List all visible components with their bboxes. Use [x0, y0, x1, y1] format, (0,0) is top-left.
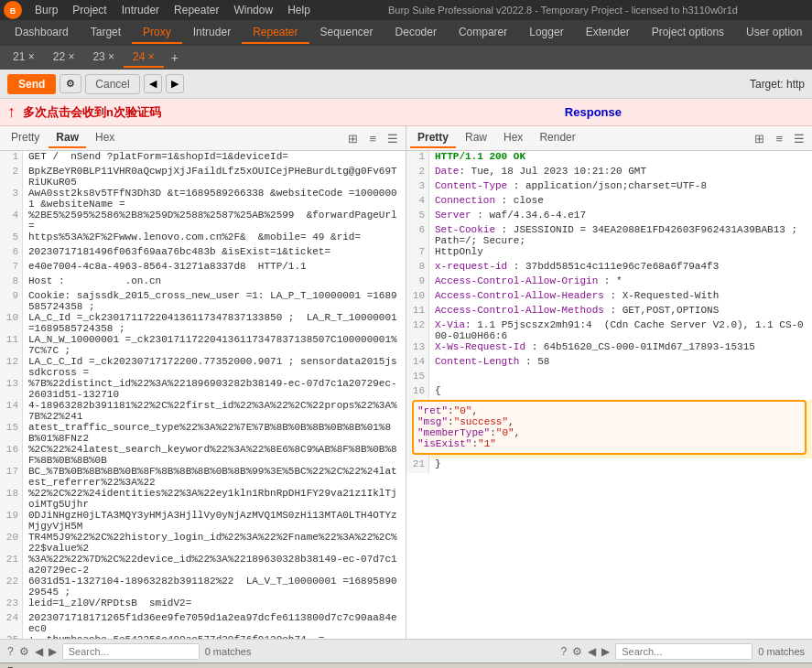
question-icon-right: ?	[561, 645, 568, 658]
json-highlight-box: "ret":"0", "msg":"success", "memberType"…	[412, 400, 807, 455]
header-colon: :	[604, 305, 616, 316]
nav-back-right[interactable]: ◀	[588, 645, 596, 658]
menu-project[interactable]: Project	[65, 2, 114, 18]
line-content: %7B%22distinct_id%22%3A%221896903282b381…	[23, 378, 406, 400]
table-row: 6Set-Cookie : JSESSIONID = 34EA2088E1FD4…	[406, 224, 812, 246]
tab-target[interactable]: Target	[80, 22, 132, 44]
line-content: Server : waf/4.34.6-4.e17	[429, 210, 812, 224]
menu-intruder[interactable]: Intruder	[114, 2, 167, 18]
table-row: 1GET / nSend ?platForm=1&shopId=1&device…	[0, 151, 406, 166]
line-number: 3	[406, 180, 429, 195]
tab-repeater[interactable]: Repeater	[242, 22, 309, 44]
tab-proxy[interactable]: Proxy	[132, 22, 182, 44]
settings-icon-right[interactable]: ⚙	[572, 645, 582, 658]
header-name: x-request-id	[435, 261, 507, 272]
menu-burp[interactable]: Burp	[27, 2, 65, 18]
request-tab-hex[interactable]: Hex	[88, 128, 122, 148]
search-input-left[interactable]	[62, 643, 200, 660]
tab-logger[interactable]: Logger	[518, 22, 574, 44]
tab-sequencer[interactable]: Sequencer	[309, 22, 384, 44]
subtab-24[interactable]: 24 ×	[124, 48, 164, 68]
subtab-23[interactable]: 23 ×	[83, 48, 124, 68]
table-row: 9Access-Control-Allow-Origin : *	[406, 275, 812, 290]
line-number: 15	[406, 371, 429, 385]
subtab-21[interactable]: 21 ×	[4, 48, 44, 68]
nav-fwd-left[interactable]: ▶	[49, 645, 57, 658]
line-number: 12	[0, 356, 23, 378]
line-content: ; .thumbcache_5e543256c480ac577d30f76f91…	[23, 634, 406, 639]
nav-back-left[interactable]: ◀	[35, 645, 43, 658]
add-tab-button[interactable]: +	[164, 48, 186, 68]
tab-decoder[interactable]: Decoder	[384, 22, 448, 44]
request-tab-raw[interactable]: Raw	[49, 128, 86, 148]
line-content: X-Ws-Request-Id : 64b51620_CS-000-01IMd6…	[429, 341, 812, 356]
table-row: 13X-Ws-Request-Id : 64b51620_CS-000-01IM…	[406, 341, 812, 356]
table-row: 3Content-Type : application/json;charset…	[406, 180, 812, 195]
request-icon-list[interactable]: ≡	[365, 130, 380, 147]
menu-window[interactable]: Window	[226, 2, 280, 18]
header-name: Connection	[435, 195, 495, 206]
response-tab-pretty[interactable]: Pretty	[410, 128, 456, 148]
menu-repeater[interactable]: Repeater	[167, 2, 226, 18]
app-title: Burp Suite Professional v2022.8 - Tempor…	[318, 5, 808, 16]
line-content: https%53A%2F%2Fwww.lenovo.com.cn%2F& &mo…	[23, 232, 406, 246]
menu-help[interactable]: Help	[280, 2, 318, 18]
line-number: 6	[0, 246, 23, 261]
settings-icon-left[interactable]: ⚙	[19, 645, 29, 658]
response-icon-menu[interactable]: ☰	[790, 130, 808, 147]
response-tab-render[interactable]: Render	[532, 128, 582, 148]
json-msg-line: "msg":"success",	[417, 416, 801, 427]
tab-intruder[interactable]: Intruder	[182, 22, 242, 44]
response-label: Response	[565, 105, 805, 119]
tab-user-options[interactable]: User option	[735, 22, 812, 44]
line-number: 4	[406, 195, 429, 210]
tab-extender[interactable]: Extender	[575, 22, 641, 44]
table-row: 11LA_N_W_10000001 =_ck230171172204136117…	[0, 334, 406, 356]
table-row: 144-18963282b391181%22%2C%22first_id%22%…	[0, 400, 406, 422]
response-tab-raw[interactable]: Raw	[458, 128, 494, 148]
line-content: Content-Type : application/json;charset=…	[429, 180, 812, 195]
line-number: 22	[0, 576, 23, 598]
nav-back-button[interactable]: ◀	[144, 74, 162, 93]
tab-dashboard[interactable]: Dashboard	[4, 22, 80, 44]
request-icon-menu[interactable]: ☰	[384, 130, 402, 147]
send-button[interactable]: Send	[7, 74, 56, 94]
header-colon: :	[604, 290, 616, 301]
status-left: ? ⚙ ◀ ▶ 0 matches	[7, 643, 251, 660]
line-content: 2023071718171265f1d36ee9fe7059d1a2ea97dc…	[23, 612, 406, 634]
line-number: 1	[0, 151, 23, 166]
response-icon-grid[interactable]: ⊞	[751, 130, 768, 147]
bottom-status: Done	[0, 663, 812, 668]
response-icon-list[interactable]: ≡	[772, 130, 786, 147]
main-tabbar: Dashboard Target Proxy Intruder Repeater…	[0, 20, 812, 46]
line-number: 7	[406, 246, 429, 261]
tab-project-options[interactable]: Project options	[641, 22, 735, 44]
line-content: %22%2C%22%24identities%22%3A%22ey1kln1Rb…	[23, 488, 406, 510]
table-row: 8x-request-id : 37bdd5851c4c111e96c7e68a…	[406, 261, 812, 275]
header-colon: :	[495, 195, 507, 206]
toolbar: Send ⚙ Cancel ◀ ▶ Target: http	[0, 70, 812, 99]
response-tab-hex[interactable]: Hex	[496, 128, 530, 148]
line-content: Access-Control-Allow-Headers : X-Request…	[429, 290, 812, 305]
request-tab-pretty[interactable]: Pretty	[4, 128, 47, 148]
tab-comparer[interactable]: Comparer	[448, 22, 518, 44]
subtab-22[interactable]: 22 ×	[44, 48, 84, 68]
line-content: AwA0sst2ks8v5TFfN3Dh3D &t=1689589266338 …	[23, 188, 406, 210]
response-code-area[interactable]: 1HTTP/1.1 200 OK2Date: Tue, 18 Jul 2023 …	[406, 151, 812, 639]
table-row: 15	[406, 371, 812, 385]
line-number: 2	[406, 166, 429, 180]
search-input-right[interactable]	[615, 643, 752, 660]
table-row: 2Date: Tue, 18 Jul 2023 10:21:20 GMT	[406, 166, 812, 180]
line-content: e40e7004-4c8a-4963-8564-31271a8337d8 HTT…	[23, 261, 406, 275]
cancel-button[interactable]: Cancel	[85, 74, 139, 94]
table-row: 23leid=1_zl0V/RPDtsB smidV2=	[0, 598, 406, 612]
request-icon-grid[interactable]: ⊞	[344, 130, 362, 147]
line-number: 12	[406, 319, 429, 341]
settings-icon-button[interactable]: ⚙	[60, 74, 81, 93]
request-code-area[interactable]: 1GET / nSend ?platForm=1&shopId=1&device…	[0, 151, 406, 639]
nav-fwd-right[interactable]: ▶	[601, 645, 610, 658]
table-row: 9Cookie: sajssdk_2015_cross_new_user =1:…	[0, 290, 406, 312]
line-content: %3A%22%22%7D%2C%22device_id%22%3A%221896…	[23, 554, 406, 576]
nav-forward-button[interactable]: ▶	[166, 74, 184, 93]
line-number: 17	[0, 466, 23, 488]
